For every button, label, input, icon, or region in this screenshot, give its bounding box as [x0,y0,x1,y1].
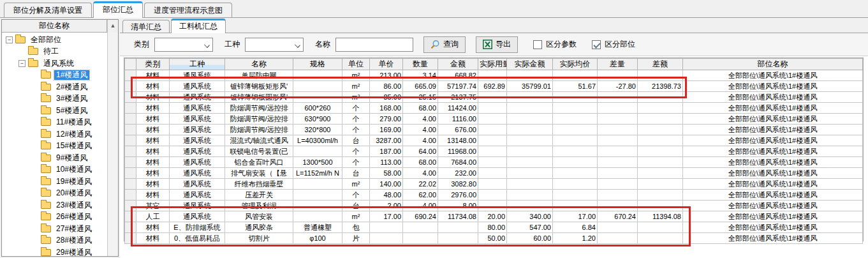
cell[interactable]: m² [342,81,370,92]
row-selector[interactable] [125,92,136,103]
cell[interactable]: 35799.01 [507,81,553,92]
cell[interactable]: 169.00 [370,125,403,135]
cell[interactable]: 11394.08 [638,211,683,222]
cell[interactable]: 547.00 [507,222,553,233]
cell[interactable]: 86.00 [370,81,403,92]
tree-item-11#楼通风[interactable]: 11#楼通风 [2,117,107,129]
cell[interactable] [553,168,598,179]
cell[interactable] [478,201,507,211]
cell[interactable] [553,146,598,157]
cell[interactable]: 全部部位\通风系统\1#楼通风 [683,211,863,222]
cell[interactable] [598,222,638,233]
table-row[interactable]: 其它通风系统管理及利润台2.004.008.00全部部位\通风系统\1#楼通风 [125,201,863,211]
cell[interactable]: 单层防中网 [225,70,293,81]
cell[interactable]: 材料 [136,125,170,135]
column-header-0[interactable]: 类别 [136,59,170,70]
tree-item-20#楼通风[interactable]: 20#楼通风 [2,188,107,200]
table-row[interactable]: 材料通风系统防烟调节阀/远控排320*800个169.004.00676.00全… [125,125,863,135]
cell[interactable]: 全部部位\通风系统\1#楼通风 [683,222,863,233]
cell[interactable] [638,222,683,233]
cell[interactable]: 全部部位\通风系统\1#楼通风 [683,125,863,135]
tree-item-通风系统[interactable]: −通风系统 [2,57,107,70]
column-header-12[interactable]: 差额 [638,59,683,70]
row-selector[interactable] [125,114,136,125]
distinguish-parts-checkbox[interactable]: 区分部位 [592,39,635,50]
tree-item-28#楼通风[interactable]: 28#楼通风 [2,235,107,247]
row-selector[interactable] [125,168,136,179]
cell[interactable]: 3.14 [403,70,438,81]
cell[interactable]: 11424.00 [438,103,478,114]
cell[interactable]: 其它 [136,201,170,211]
cell[interactable] [598,201,638,211]
row-selector[interactable] [125,103,136,114]
tree-item-label[interactable]: 12#楼通风 [54,130,94,139]
cell[interactable] [507,125,553,135]
tree-item-label[interactable]: 3#楼通风 [54,94,89,103]
cell[interactable]: 切割片 [225,233,293,244]
cell[interactable] [638,103,683,114]
tree-item-29#楼通风[interactable]: 29#楼通风 [2,247,107,256]
cell[interactable]: 7684.00 [438,157,478,168]
cell[interactable]: 通风系统 [170,168,225,179]
cell[interactable] [553,190,598,201]
cell[interactable] [293,146,342,157]
cell[interactable]: φ100 [293,233,342,244]
cell[interactable]: 4.00 [403,168,438,179]
cell[interactable]: 普通橡塑 [293,222,342,233]
cell[interactable] [638,179,683,190]
cell[interactable] [553,114,598,125]
cell[interactable]: 台 [342,168,370,179]
cell[interactable] [507,135,553,146]
cell[interactable]: 692.89 [478,81,507,92]
tree-item-3#楼通风[interactable]: 3#楼通风 [2,93,107,105]
cell[interactable] [438,233,478,244]
tree-item-label[interactable]: 全部部位 [29,35,63,45]
cell[interactable]: 4.00 [403,135,438,146]
cell[interactable] [438,222,478,233]
cell[interactable]: 51.67 [553,81,598,92]
cell[interactable]: 6.84 [553,222,598,233]
cell[interactable]: 通风系统 [170,81,225,92]
cell[interactable]: 213.00 [370,70,403,81]
row-selector[interactable] [125,201,136,211]
cell[interactable]: 17.00 [553,211,598,222]
cell[interactable] [638,92,683,103]
tree-item-2#楼通风[interactable]: 2#楼通风 [2,81,107,93]
tree-item-label[interactable]: 5#楼通风 [54,106,89,116]
row-selector[interactable] [125,146,136,157]
cell[interactable]: 630*900 [293,114,342,125]
cell[interactable]: m² [342,70,370,81]
summary-tab-1[interactable]: 工料机汇总 [171,19,226,33]
tree-item-label[interactable]: 1#楼通风 [54,70,89,80]
cell[interactable]: 材料 [136,157,170,168]
cell[interactable] [293,211,342,222]
expander-minus-icon[interactable]: − [6,36,13,43]
cell[interactable]: 1.20 [553,233,598,244]
cell[interactable] [638,201,683,211]
table-row[interactable]: 人工通风系统风管安装m²17.00690.2411734.0820.00340.… [125,211,863,222]
tree-item-label[interactable]: 11#楼通风 [54,118,93,127]
cell[interactable]: 8.00 [438,201,478,211]
cell[interactable]: 1300*500 [293,157,342,168]
cell[interactable]: 防烟调节阀/远控排 [225,125,293,135]
tree-item-15#楼通风[interactable]: 15#楼通风 [2,140,107,153]
cell[interactable]: 个 [342,146,370,157]
cell[interactable] [370,222,403,233]
cell[interactable]: 材料 [136,92,170,103]
cell[interactable]: 镀锌薄钢板矩形风' [225,81,293,92]
cell[interactable]: 排气扇安装（【悬 [225,168,293,179]
cell[interactable]: 21398.73 [638,81,683,92]
cell[interactable]: 通风系统 [170,92,225,103]
cell[interactable]: 全部部位\通风系统\1#楼通风 [683,201,863,211]
cell[interactable]: 包 [342,222,370,233]
cell[interactable] [293,92,342,103]
cell[interactable]: 全部部位\通风系统\1#楼通风 [683,146,863,157]
cell[interactable]: 通风系统 [170,146,225,157]
cell[interactable]: -27.80 [598,81,638,92]
cell[interactable] [507,103,553,114]
cell[interactable]: 64.00 [403,146,438,157]
cell[interactable]: 材料 [136,81,170,92]
cell[interactable] [553,103,598,114]
cell[interactable]: L=1152ml/h N [293,168,342,179]
cell[interactable]: 全部部位\通风系统\1#楼通风 [683,190,863,201]
